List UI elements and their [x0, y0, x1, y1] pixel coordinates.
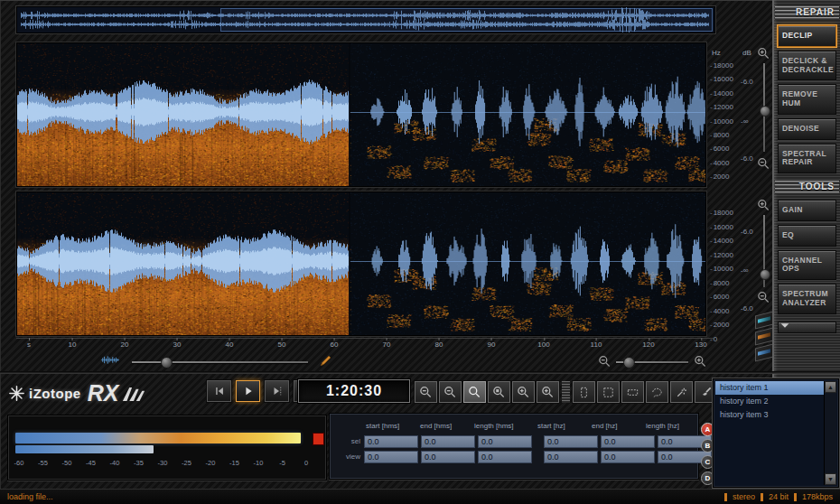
- play-selection-button[interactable]: [265, 380, 289, 402]
- zoom-in-icon[interactable]: [694, 355, 707, 369]
- view-preset-spectrogram-button[interactable]: [755, 312, 773, 330]
- time-selection-tool[interactable]: [573, 381, 595, 403]
- table-cell[interactable]: 0.0: [544, 451, 598, 463]
- ruler-tick-label: 60: [331, 341, 339, 349]
- starburst-logo-icon: [7, 384, 26, 403]
- ruler-tick-label: 20: [121, 341, 129, 349]
- meter-scale-label: -10: [254, 459, 264, 467]
- status-separator: [761, 493, 763, 501]
- status-separator: [724, 493, 727, 501]
- scroll-up-button[interactable]: ▲: [825, 381, 836, 393]
- db-tick-label: -∞: [741, 266, 748, 275]
- ruler-tick-label: 50: [278, 341, 286, 349]
- hz-tick-label: 2000: [710, 173, 729, 181]
- table-cell[interactable]: 0.0: [601, 435, 655, 448]
- history-scrollbar[interactable]: ▲ ▼: [824, 381, 836, 485]
- hz-tick-label: 12000: [710, 103, 733, 111]
- repair-section-header: REPAIR: [775, 6, 839, 20]
- view-preset-waveform-button[interactable]: [755, 344, 773, 362]
- rectangle-selection-tool[interactable]: [597, 381, 620, 403]
- zoom-out-time-button[interactable]: [415, 381, 437, 403]
- hz-tick-label: 16000: [710, 223, 733, 231]
- horizontal-zoom-slider[interactable]: [616, 361, 688, 363]
- hz-tick-label: 2000: [710, 321, 729, 329]
- go-to-start-button[interactable]: [207, 380, 231, 402]
- zoom-out-icon[interactable]: [757, 291, 770, 304]
- zoom-in-full-button[interactable]: [537, 381, 559, 403]
- table-cell[interactable]: 0.0: [601, 451, 655, 463]
- vertical-zoom-panel-bottom: [755, 197, 773, 369]
- table-cell[interactable]: 0.0: [544, 435, 598, 448]
- horizontal-zoom-thumb[interactable]: [623, 357, 635, 369]
- frequency-axis-top: Hz dB 1800016000140001200010000800060004…: [708, 42, 755, 187]
- table-cell[interactable]: 0.0: [478, 451, 532, 463]
- repair-button-declip[interactable]: DECLIP: [778, 25, 836, 47]
- display-mode-presets: [755, 311, 773, 362]
- zoom-in-time-button[interactable]: [512, 381, 535, 403]
- magic-wand-tool[interactable]: [670, 381, 693, 403]
- table-cell[interactable]: 0.0: [364, 451, 418, 463]
- table-cell[interactable]: 0.0: [421, 435, 475, 448]
- history-list: history item 1history item 2history item…: [715, 381, 825, 485]
- meter-scale-label: -30: [158, 459, 168, 467]
- meter-scale-label: -50: [62, 459, 72, 467]
- view-preset-blend-button[interactable]: [755, 328, 773, 346]
- toolbar-divider: [562, 381, 570, 403]
- vertical-zoom-slider[interactable]: [763, 215, 765, 287]
- ruler-tick-label: 110: [591, 341, 602, 349]
- waveform-overview[interactable]: [16, 6, 715, 33]
- repair-button-denoise[interactable]: DENOISE: [778, 118, 836, 140]
- db-axis-label: dB: [742, 49, 751, 57]
- zoom-out-icon[interactable]: [757, 157, 770, 171]
- table-cell[interactable]: 0.0: [478, 435, 532, 448]
- frequency-axis-bottom: 1800016000140001200010000800060004000200…: [708, 191, 755, 341]
- zoom-selection-button[interactable]: [463, 381, 486, 403]
- status-separator: [794, 493, 797, 501]
- tools-button-eq[interactable]: EQ: [778, 225, 836, 247]
- spectrogram-right-channel[interactable]: [16, 191, 706, 336]
- tools-button-gain[interactable]: GAIN: [778, 200, 836, 221]
- zoom-to-selection-button[interactable]: [488, 381, 510, 403]
- izotope-rx-logo: iZotope RX: [7, 377, 146, 409]
- status-message: loading file...: [7, 492, 53, 501]
- table-cell[interactable]: 0.0: [364, 435, 418, 448]
- status-item: stereo: [733, 492, 755, 501]
- repair-button-spectral-repair[interactable]: SPECTRAL REPAIR: [778, 144, 836, 174]
- frequency-selection-tool[interactable]: [621, 381, 644, 403]
- db-tick-label: -6.0: [741, 228, 753, 236]
- table-cell[interactable]: 0.0: [421, 451, 475, 463]
- meter-scale-label: -25: [182, 459, 191, 467]
- scroll-down-button[interactable]: ▼: [825, 473, 836, 485]
- history-item[interactable]: history item 1: [715, 381, 825, 395]
- history-item[interactable]: history item 2: [715, 395, 825, 408]
- meter-scale-label: -20: [206, 459, 216, 467]
- zoom-out-icon[interactable]: [598, 355, 611, 369]
- hz-tick-label: 14000: [710, 89, 733, 98]
- hz-tick-label: 6000: [710, 145, 729, 153]
- zoom-in-icon[interactable]: [757, 199, 770, 212]
- tools-button-channel-ops[interactable]: CHANNEL OPS: [778, 250, 836, 281]
- vertical-zoom-thumb[interactable]: [760, 269, 770, 280]
- spectrogram-left-channel[interactable]: [16, 42, 706, 187]
- ruler-unit-label: s: [27, 341, 31, 349]
- vertical-zoom-slider[interactable]: [763, 63, 765, 152]
- column-header: start [hz]: [536, 422, 587, 430]
- hz-tick-label: 4000: [710, 159, 729, 167]
- clip-indicator[interactable]: [313, 433, 324, 445]
- zoom-out-full-button[interactable]: [439, 381, 462, 403]
- ruler-tick-label: 100: [537, 341, 549, 349]
- collapse-panel-button[interactable]: [778, 322, 836, 333]
- lasso-selection-tool[interactable]: [646, 381, 668, 403]
- tools-button-spectrum-analyzer[interactable]: SPECTRUM ANALYZER: [778, 284, 836, 314]
- vertical-zoom-thumb[interactable]: [760, 106, 770, 117]
- meter-scale-label: -40: [110, 459, 120, 467]
- play-button[interactable]: [236, 380, 260, 402]
- repair-button-remove-hum[interactable]: REMOVE HUM: [778, 84, 836, 115]
- ruler-tick-label: 130: [695, 341, 706, 349]
- edit-toolbar: [415, 381, 743, 403]
- history-item[interactable]: history item 3: [715, 408, 825, 422]
- zoom-in-icon[interactable]: [757, 47, 770, 61]
- vertical-zoom-panel-top: [755, 45, 773, 190]
- repair-button-declick-decrackle[interactable]: DECLICK & DECRACKLE: [778, 51, 836, 81]
- level-meter-left: [15, 433, 301, 443]
